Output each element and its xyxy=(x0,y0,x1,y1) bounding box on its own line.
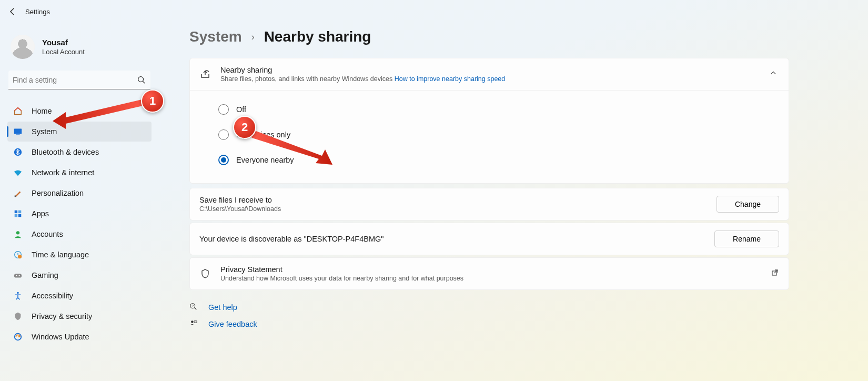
breadcrumb: System › Nearby sharing xyxy=(189,28,789,45)
svg-rect-9 xyxy=(18,214,21,217)
chevron-up-icon[interactable] xyxy=(770,69,777,79)
nav-label: Accessibility xyxy=(32,292,73,300)
breadcrumb-parent[interactable]: System xyxy=(189,28,242,45)
nav-item-network[interactable]: Network & internet xyxy=(7,163,152,183)
svg-rect-13 xyxy=(14,274,22,277)
svg-point-22 xyxy=(191,320,193,323)
nav-list: Home System Bluetooth & devices Network … xyxy=(7,101,152,347)
nav-label: Personalization xyxy=(32,189,84,197)
svg-point-12 xyxy=(18,255,22,258)
shield-icon xyxy=(199,268,211,279)
annotation-badge-2: 2 xyxy=(233,116,256,139)
give-feedback-link[interactable]: Give feedback xyxy=(189,319,789,329)
svg-line-1 xyxy=(143,81,145,83)
bluetooth-icon xyxy=(13,147,23,157)
nav-label: Apps xyxy=(32,209,49,218)
nav-label: Home xyxy=(32,107,52,115)
nav-item-windows-update[interactable]: Windows Update xyxy=(7,327,152,347)
svg-point-14 xyxy=(16,275,17,276)
radio-button[interactable] xyxy=(218,104,229,115)
svg-rect-8 xyxy=(15,214,17,217)
accessibility-icon xyxy=(13,290,23,301)
main-content: System › Nearby sharing Nearby sharing S… xyxy=(158,23,868,381)
radio-label: Everyone nearby xyxy=(236,156,294,164)
nav-item-personalization[interactable]: Personalization xyxy=(7,183,152,203)
nav-item-accessibility[interactable]: Accessibility xyxy=(7,286,152,306)
app-title: Settings xyxy=(25,8,50,16)
windows-update-icon xyxy=(13,332,23,342)
sidebar: Yousaf Local Account Home System Bluetoo… xyxy=(0,23,158,381)
card-subtitle: Share files, photos, and links with near… xyxy=(220,75,505,83)
privacy-icon xyxy=(13,311,23,322)
discoverable-row: Your device is discoverable as "DESKTOP-… xyxy=(189,223,789,255)
profile-subtitle: Local Account xyxy=(42,48,85,56)
back-button[interactable] xyxy=(7,6,18,17)
svg-point-0 xyxy=(138,76,144,82)
svg-line-20 xyxy=(195,308,197,310)
help-icon: ? xyxy=(189,303,199,312)
system-icon xyxy=(13,126,23,137)
search-box[interactable] xyxy=(8,71,150,89)
link-text: Give feedback xyxy=(208,320,257,328)
gaming-icon xyxy=(13,270,23,280)
apps-icon xyxy=(13,208,23,219)
annotation-badge-1: 1 xyxy=(141,89,164,113)
radio-my-devices[interactable]: My devices only xyxy=(218,122,777,147)
radio-off[interactable]: Off xyxy=(218,97,777,122)
row-subtitle: Understand how Microsoft uses your data … xyxy=(220,275,771,282)
nav-label: Bluetooth & devices xyxy=(32,148,99,156)
home-icon xyxy=(13,106,23,116)
save-path: C:\Users\Yousaf\Downloads xyxy=(199,205,716,213)
card-title: Nearby sharing xyxy=(220,66,505,74)
help-link[interactable]: How to improve nearby sharing speed xyxy=(395,75,506,83)
svg-point-16 xyxy=(17,292,19,294)
save-location-row: Save files I receive to C:\Users\Yousaf\… xyxy=(189,188,789,220)
share-icon xyxy=(199,68,211,80)
search-icon xyxy=(137,75,146,85)
nearby-sharing-card: Nearby sharing Share files, photos, and … xyxy=(189,58,789,184)
radio-button[interactable] xyxy=(218,155,229,165)
svg-text:?: ? xyxy=(191,304,194,308)
row-title: Save files I receive to xyxy=(199,196,716,204)
external-link-icon xyxy=(771,268,779,279)
svg-rect-6 xyxy=(15,210,17,213)
radio-label: Off xyxy=(236,105,246,114)
nav-item-home[interactable]: Home xyxy=(7,101,152,121)
personalization-icon xyxy=(13,188,23,198)
search-input[interactable] xyxy=(13,76,137,84)
get-help-link[interactable]: ? Get help xyxy=(189,303,789,312)
nav-label: Privacy & security xyxy=(32,312,92,320)
nav-item-system[interactable]: System xyxy=(7,122,152,142)
row-title: Your device is discoverable as "DESKTOP-… xyxy=(199,235,714,243)
profile-name: Yousaf xyxy=(42,38,85,47)
nav-label: Time & language xyxy=(32,250,89,259)
nav-label: Accounts xyxy=(32,230,63,238)
nav-item-bluetooth[interactable]: Bluetooth & devices xyxy=(7,142,152,162)
nav-item-gaming[interactable]: Gaming xyxy=(7,265,152,285)
svg-rect-23 xyxy=(194,321,197,323)
accounts-icon xyxy=(13,229,23,239)
nav-item-apps[interactable]: Apps xyxy=(7,204,152,224)
page-title: Nearby sharing xyxy=(264,28,371,45)
nav-label: System xyxy=(32,127,57,136)
svg-rect-2 xyxy=(14,129,22,134)
nav-item-accounts[interactable]: Accounts xyxy=(7,224,152,244)
sharing-radio-group: Off My devices only Everyone nearby xyxy=(190,91,789,183)
nav-label: Windows Update xyxy=(32,333,89,341)
avatar xyxy=(11,35,35,59)
svg-rect-3 xyxy=(16,134,19,135)
footer-links: ? Get help Give feedback xyxy=(189,303,789,329)
feedback-icon xyxy=(189,319,199,329)
rename-button[interactable]: Rename xyxy=(714,230,779,247)
radio-button[interactable] xyxy=(218,129,229,140)
nav-item-privacy[interactable]: Privacy & security xyxy=(7,306,152,326)
svg-rect-7 xyxy=(18,210,21,213)
privacy-statement-row[interactable]: Privacy Statement Understand how Microso… xyxy=(189,257,789,290)
radio-everyone[interactable]: Everyone nearby xyxy=(218,147,777,173)
svg-point-10 xyxy=(16,231,19,234)
nearby-sharing-header[interactable]: Nearby sharing Share files, photos, and … xyxy=(190,58,789,91)
profile-block[interactable]: Yousaf Local Account xyxy=(11,35,149,59)
nav-item-time-language[interactable]: Time & language xyxy=(7,245,152,265)
link-text: Get help xyxy=(208,303,237,312)
change-button[interactable]: Change xyxy=(716,196,779,213)
